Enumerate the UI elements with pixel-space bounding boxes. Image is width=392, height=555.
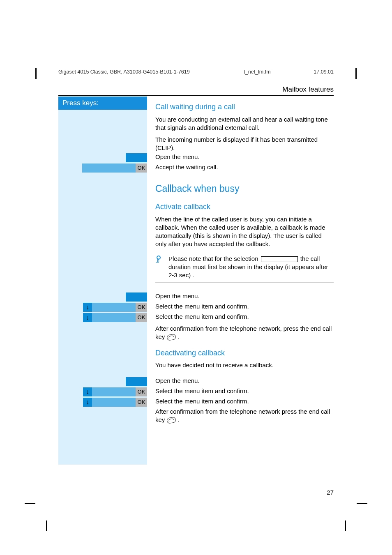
display-field bbox=[92, 387, 136, 396]
step-text: Open the menu. bbox=[155, 377, 200, 384]
step-open-menu: Open the menu. bbox=[155, 153, 334, 160]
key-row-down-ok: ↓ OK bbox=[83, 313, 147, 322]
after-tail: . bbox=[176, 333, 179, 340]
down-arrow-icon: ↓ bbox=[83, 313, 92, 322]
ok-key: OK bbox=[136, 387, 147, 396]
menu-key-icon bbox=[126, 377, 147, 386]
menu-key-icon bbox=[126, 153, 147, 162]
content-column-4: After confirmation from the telephone ne… bbox=[155, 408, 334, 428]
step-text: Accept the waiting call. bbox=[155, 164, 218, 170]
ok-key: OK bbox=[136, 303, 147, 312]
down-arrow-icon: ↓ bbox=[83, 303, 92, 312]
end-call-key-icon bbox=[166, 417, 176, 424]
display-field bbox=[92, 303, 136, 312]
body-text: You are conducting an external call and … bbox=[155, 115, 334, 132]
info-icon: ╜ bbox=[155, 255, 168, 279]
note-part-a: Please note that for the selection bbox=[168, 255, 258, 262]
after-text: After confirmation from the telephone ne… bbox=[155, 408, 330, 423]
section-title: Mailbox features bbox=[58, 85, 334, 96]
content-column-3: After confirmation from the telephone ne… bbox=[155, 325, 334, 373]
heading-activate-callback: Activate callback bbox=[155, 202, 334, 212]
body-text: The incoming number is displayed if it h… bbox=[155, 136, 334, 152]
key-row-menu-2 bbox=[126, 292, 147, 302]
info-note: ╜ Please note that for the selection the… bbox=[155, 255, 334, 279]
body-text: You have decided not to receive a callba… bbox=[155, 361, 334, 369]
heading-call-waiting: Call waiting during a call bbox=[155, 102, 334, 112]
body-text: After confirmation from the telephone ne… bbox=[155, 408, 334, 424]
press-keys-sidebar: Press keys: OK ↓ OK ↓ OK ↓ OK ↓ OK bbox=[58, 97, 147, 465]
crop-mark bbox=[357, 503, 367, 504]
ok-key: OK bbox=[136, 164, 147, 173]
step-select-confirm: Select the menu item and confirm. bbox=[155, 303, 334, 310]
body-text: After confirmation from the telephone ne… bbox=[155, 325, 334, 341]
step-select-confirm: Select the menu item and confirm. bbox=[155, 313, 334, 320]
step-text: Select the menu item and confirm. bbox=[155, 303, 249, 310]
key-row-down-ok: ↓ OK bbox=[83, 387, 147, 396]
info-text: Please note that for the selection the c… bbox=[168, 255, 334, 279]
ok-key: OK bbox=[136, 313, 147, 322]
file-name: t_net_lm.fm bbox=[244, 69, 314, 75]
display-field-placeholder bbox=[261, 256, 298, 262]
doc-id: Gigaset 4015 Classic, GBR, A31008-G4015-… bbox=[58, 69, 244, 75]
body-text: When the line of the called user is busy… bbox=[155, 215, 334, 248]
section-title-text: Mailbox features bbox=[282, 85, 334, 93]
doc-date: 17.09.01 bbox=[314, 69, 334, 75]
down-arrow-icon: ↓ bbox=[83, 398, 92, 407]
key-row-ok: OK bbox=[82, 164, 147, 173]
display-field bbox=[92, 398, 136, 407]
down-arrow-icon: ↓ bbox=[83, 387, 92, 396]
key-row-down-ok: ↓ OK bbox=[83, 303, 147, 312]
crop-mark bbox=[355, 68, 357, 79]
sidebar-title: Press keys: bbox=[58, 97, 147, 110]
after-text: After confirmation from the telephone ne… bbox=[155, 325, 332, 340]
content-column: Call waiting during a call You are condu… bbox=[155, 97, 334, 156]
divider bbox=[155, 283, 334, 283]
crop-mark bbox=[35, 68, 37, 79]
step-text: Open the menu. bbox=[155, 292, 200, 299]
step-select-confirm: Select the menu item and confirm. bbox=[155, 398, 334, 405]
key-row-menu-3 bbox=[126, 377, 147, 386]
menu-key-icon bbox=[126, 292, 147, 302]
step-select-confirm: Select the menu item and confirm. bbox=[155, 387, 334, 394]
crop-mark bbox=[345, 520, 346, 531]
crop-mark bbox=[25, 503, 35, 504]
heading-callback-busy: Callback when busy bbox=[155, 182, 334, 195]
step-open-menu: Open the menu. bbox=[155, 377, 334, 384]
step-text: Select the menu item and confirm. bbox=[155, 313, 249, 320]
page-number: 27 bbox=[327, 489, 334, 496]
step-accept: Accept the waiting call. bbox=[155, 164, 334, 170]
display-field bbox=[82, 164, 136, 173]
crop-mark bbox=[46, 520, 47, 531]
end-call-key-icon bbox=[166, 334, 176, 341]
page-header: Gigaset 4015 Classic, GBR, A31008-G4015-… bbox=[58, 69, 334, 75]
content-column-2: Callback when busy Activate callback Whe… bbox=[155, 173, 334, 286]
step-text: Select the menu item and confirm. bbox=[155, 398, 249, 405]
step-text: Open the menu. bbox=[155, 153, 200, 160]
step-open-menu: Open the menu. bbox=[155, 292, 334, 299]
step-text: Select the menu item and confirm. bbox=[155, 387, 249, 394]
heading-deactivate-callback: Deactivating callback bbox=[155, 348, 334, 358]
divider bbox=[155, 252, 334, 252]
key-row-menu bbox=[126, 153, 147, 162]
key-row-down-ok: ↓ OK bbox=[83, 398, 147, 407]
after-tail: . bbox=[176, 416, 179, 423]
ok-key: OK bbox=[136, 398, 147, 407]
display-field bbox=[92, 313, 136, 322]
